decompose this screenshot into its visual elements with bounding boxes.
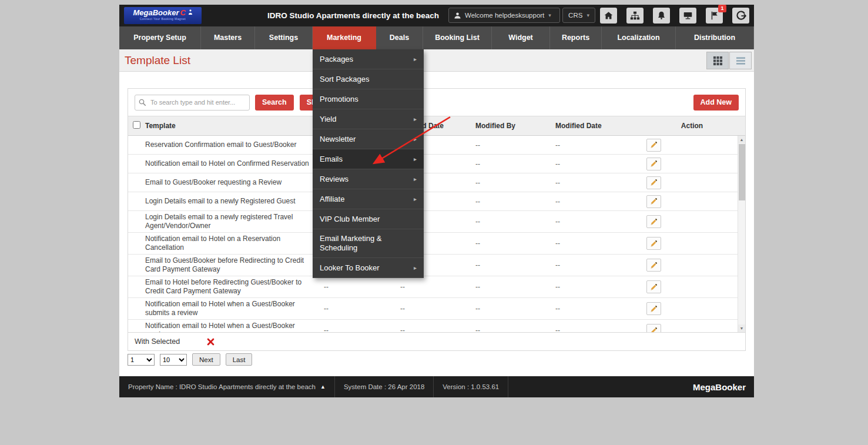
edit-button[interactable] [646,302,661,315]
footer-property[interactable]: Property Name : IDRO Studio Apartments d… [119,376,335,397]
modified-by-value: -- [471,218,551,226]
menu-item-label: Sort Packages [320,75,370,84]
nav-tab-deals[interactable]: Deals [376,26,423,49]
home-icon [604,11,614,21]
created-date-value: -- [396,305,471,313]
action-cell [639,280,745,293]
menu-item-reviews[interactable]: Reviews▸ [313,169,424,189]
table-row: Notification email to Hotel when a Guest… [128,320,745,332]
edit-button[interactable] [646,139,661,152]
edit-button[interactable] [646,237,661,250]
last-page-button[interactable]: Last [226,353,253,366]
edit-button[interactable] [646,176,661,189]
page-title: Template List [125,49,190,71]
menu-item-sort-packages[interactable]: Sort Packages [313,69,424,89]
col-modified-date: Modified Date [551,122,639,130]
created-by-value: -- [319,326,396,332]
created-date-value: -- [396,326,471,332]
menu-item-affiliate[interactable]: Affiliate▸ [313,189,424,209]
crs-menu[interactable]: CRS ▾ [562,8,595,23]
edit-button[interactable] [646,324,661,332]
page-header-bar: Template List [119,49,754,72]
next-page-button[interactable]: Next [192,353,220,366]
template-name: Notification email to Hotel when a Guest… [143,300,319,317]
user-icon [454,12,461,19]
action-cell [639,158,745,170]
created-by-value: -- [319,283,396,291]
menu-item-newsletter[interactable]: Newsletter▸ [313,129,424,149]
grid-view-button[interactable] [706,52,729,69]
nav-tab-settings[interactable]: Settings [255,26,313,49]
menu-item-label: Emails [320,155,343,164]
nav-tab-marketing[interactable]: Marketing [313,26,376,49]
page-select[interactable]: 1 [128,354,155,366]
pencil-icon [650,218,658,226]
home-button[interactable] [600,8,617,24]
menu-item-vip-club-member[interactable]: VIP Club Member [313,209,424,229]
menu-item-email-marketing-scheduling[interactable]: Email Marketing & Scheduling [313,229,424,258]
col-template: Template [143,122,319,130]
menu-item-promotions[interactable]: Promotions [313,89,424,109]
action-cell [639,176,745,189]
search-icon [138,98,147,107]
modified-by-value: -- [471,239,551,247]
nav-tab-widget[interactable]: Widget [492,26,550,49]
user-menu[interactable]: Welcome helpdesksupport ▾ [448,8,560,23]
notifications-button[interactable] [653,8,670,24]
nav-tab-property-setup[interactable]: Property Setup [119,26,201,49]
flag-button[interactable]: 1 [706,8,723,24]
template-name: Notification email to Hotel on a Reserva… [143,235,319,252]
list-view-button[interactable] [729,52,752,69]
edit-button[interactable] [646,280,661,293]
nav-tab-distribution[interactable]: Distribution [676,26,754,49]
search-input[interactable] [135,95,250,111]
template-name: Email to Hotel before Redirecting Guest/… [143,278,319,296]
pencil-icon [650,327,658,333]
nav-tab-masters[interactable]: Masters [201,26,255,49]
submenu-arrow-icon: ▸ [409,263,417,273]
sitemap-button[interactable] [626,8,644,24]
nav-tab-reports[interactable]: Reports [550,26,602,49]
nav-tab-localization[interactable]: Localization [602,26,676,49]
page-size-select[interactable]: 10 [160,354,187,366]
menu-item-packages[interactable]: Packages▸ [313,49,424,69]
menu-item-emails[interactable]: Emails▸ [313,149,424,169]
pencil-icon [650,198,658,205]
welcome-label: Welcome helpdesksupport [465,12,544,19]
modified-date-value: -- [551,326,639,332]
with-selected-bar: With Selected [128,332,745,350]
pencil-icon [650,160,658,168]
submenu-arrow-icon: ▸ [409,175,417,184]
table-row: Notification email to Hotel when a Guest… [128,298,745,320]
logo-text-line: MegaBookerC [124,9,202,17]
menu-item-yield[interactable]: Yield▸ [313,109,424,129]
megabooker-logo[interactable]: MegaBookerC Connect Your Booking Magnet [124,7,202,24]
table-scrollbar[interactable]: ▲ ▼ [738,136,745,332]
action-cell [639,259,745,272]
delete-selected-button[interactable] [207,338,215,346]
select-all-checkbox[interactable] [133,121,140,129]
modified-by-value: -- [471,198,551,206]
pagination: 1 10 Next Last [128,353,252,366]
logout-button[interactable] [732,8,749,24]
nav-tab-booking-list[interactable]: Booking List [423,26,492,49]
grid-view-icon [713,56,723,66]
edit-button[interactable] [646,158,661,170]
scrollbar-thumb[interactable] [739,144,745,200]
crs-label: CRS [568,12,582,19]
scroll-down-button[interactable]: ▼ [738,324,745,332]
edit-button[interactable] [646,259,661,272]
table-row: Email to Hotel before Redirecting Guest/… [128,276,745,298]
submenu-arrow-icon: ▸ [409,135,417,144]
screen-icon [683,11,693,21]
edit-button[interactable] [646,215,661,228]
add-new-button[interactable]: Add New [693,95,739,111]
created-by-value: -- [319,305,396,313]
edit-button[interactable] [646,195,661,208]
screen-button[interactable] [679,8,696,24]
menu-item-looker-to-booker[interactable]: Looker To Booker▸ [313,258,424,278]
scroll-up-button[interactable]: ▲ [738,136,745,143]
modified-date-value: -- [551,305,639,313]
logo-c-mark: C [180,8,186,17]
search-button[interactable]: Search [255,95,294,111]
